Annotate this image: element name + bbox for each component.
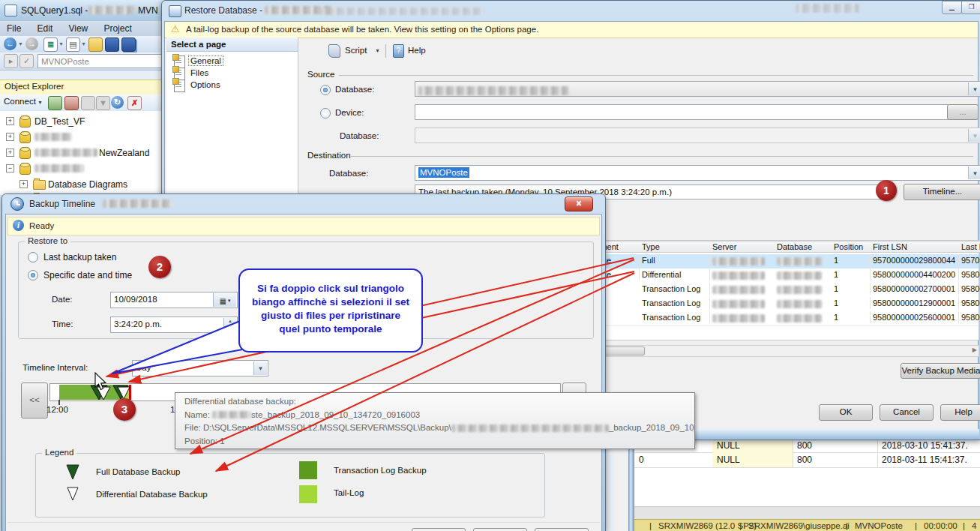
menu-file[interactable]: File	[0, 21, 28, 34]
spinner-down-icon[interactable]: ▼	[228, 326, 232, 330]
time-spinner[interactable]: 3:24:20 p.m. ▲▼	[110, 316, 238, 333]
legend-differential-label: Differential Database Backup	[96, 490, 208, 499]
tree-item-db-test-vf[interactable]: + DB_Test_VF	[0, 114, 161, 129]
menu-edit[interactable]: Edit	[31, 21, 60, 34]
spinner-up-icon[interactable]: ▲	[228, 319, 232, 323]
source-database-combo[interactable]: ▼	[415, 81, 980, 97]
timeline-help-button[interactable]: Help	[535, 528, 589, 531]
specific-date-radio[interactable]	[28, 270, 38, 280]
grid-row-translog-2[interactable]: Transaction Log 1 958000000012900001 958…	[573, 297, 979, 312]
backup-timeline-dialog: Backup Timeline × i Ready Restore to Las…	[1, 194, 606, 531]
specific-date-label[interactable]: Specific date and time	[43, 270, 132, 280]
col-header-type[interactable]: Type	[639, 241, 710, 253]
grid-row-full[interactable]: Database Full 1 957000000029800044 95700	[573, 254, 979, 269]
grid-row-differential[interactable]: Database Differential 1 9580000000044002…	[573, 268, 979, 284]
close-icon[interactable]: ×	[565, 196, 593, 212]
minimize-button[interactable]: ▁	[942, 1, 962, 14]
last-backup-label[interactable]: Last backup taken	[43, 252, 116, 262]
connect-dropdown-icon[interactable]: ▼	[37, 100, 43, 105]
timeline-dialog-titlebar[interactable]: Backup Timeline ×	[2, 194, 605, 214]
date-picker[interactable]: 10/09/2018 ▦ ▾	[110, 292, 238, 308]
tree-item-expanded-db[interactable]: −	[0, 161, 161, 176]
page-item-files[interactable]: Files	[166, 68, 297, 80]
script-error-icon[interactable]: ✗	[127, 96, 142, 110]
save-all-icon[interactable]	[121, 38, 136, 52]
result-row[interactable]: 0 NULL 800 2018-03-11 15:41:37.	[634, 453, 980, 468]
script-dropdown-icon[interactable]: ▼	[375, 48, 380, 53]
select-a-page-header: Select a page	[166, 38, 298, 52]
menu-view[interactable]: View	[61, 21, 94, 34]
combo-arrow-icon[interactable]: ▼	[968, 82, 980, 95]
calendar-icon[interactable]: ▦ ▾	[213, 293, 236, 307]
restore-dialog-titlebar[interactable]: Restore Database - ▁ ❐	[162, 1, 980, 21]
object-explorer-title: Object Explorer	[4, 82, 64, 91]
expand-icon[interactable]: +	[19, 180, 28, 188]
page-item-options[interactable]: Options	[166, 80, 297, 92]
page-item-general[interactable]: General	[166, 56, 297, 68]
status-duration: 00:00:00	[924, 521, 958, 530]
restore-cancel-button[interactable]: Cancel	[880, 404, 934, 421]
timeline-scroll-left-button[interactable]: <<	[21, 382, 48, 418]
restore-window-button[interactable]: ❐	[961, 1, 980, 14]
step-badge-2: 2	[148, 256, 171, 278]
col-header-last-lsn[interactable]: Last LSN	[958, 241, 980, 253]
step-badge-1: 1	[876, 180, 897, 201]
combo-arrow-icon[interactable]: ▼	[968, 166, 980, 179]
connect-server-icon[interactable]	[48, 96, 62, 110]
device-field[interactable]	[415, 104, 949, 120]
expand-icon[interactable]: +	[6, 133, 14, 141]
expand-icon[interactable]: +	[6, 117, 14, 125]
destination-database-combo[interactable]: MVNOPoste ▼	[415, 165, 980, 181]
timeline-ok-button[interactable]: OK	[412, 528, 466, 531]
disconnect-server-icon[interactable]	[64, 96, 79, 110]
col-header-server[interactable]: Server	[709, 241, 775, 253]
navigate-forward-icon[interactable]: →	[25, 38, 38, 50]
open-file-icon[interactable]: ▤	[66, 38, 80, 52]
legend-translog-label: Transaction Log Backup	[334, 466, 427, 475]
tree-item-newzealand[interactable]: + NewZealand	[0, 146, 161, 160]
script-button[interactable]: Script	[345, 46, 367, 55]
collapse-icon[interactable]: −	[6, 164, 14, 172]
expand-icon[interactable]: +	[6, 148, 14, 157]
execute-icon[interactable]: ▸	[4, 54, 18, 68]
new-dropdown-icon[interactable]: ▼	[58, 41, 64, 46]
timeline-cancel-button[interactable]: Cancel	[473, 528, 527, 531]
grid-row-translog-3[interactable]: Transaction Log 1 958000000025600001 958…	[573, 311, 979, 326]
refresh-icon[interactable]: ↻	[111, 96, 124, 109]
scrollbar-right-icon[interactable]: ▶	[973, 346, 977, 353]
tree-item-database-diagrams[interactable]: + Database Diagrams	[0, 177, 161, 192]
timeline-interval-combo[interactable]: Day ▼	[132, 360, 268, 376]
col-header-first-lsn[interactable]: First LSN	[870, 241, 959, 253]
combo-arrow-icon[interactable]: ▼	[253, 362, 267, 375]
object-explorer-tree: + DB_Test_VF + + NewZealand − + Database…	[0, 111, 161, 195]
folder-open-icon[interactable]	[88, 38, 103, 52]
differential-legend-icon	[67, 487, 79, 502]
cell-first-lsn: 958000000012900001	[870, 297, 959, 309]
restore-help-button[interactable]: Help	[940, 404, 980, 421]
verify-backup-media-button[interactable]: Verify Backup Media	[901, 363, 980, 379]
grid-row-translog-1[interactable]: Transaction Log 1 958000000002700001 958…	[573, 283, 979, 298]
back-dropdown-icon[interactable]: ▼	[18, 41, 23, 46]
spinner-icons[interactable]: ▲▼	[223, 318, 236, 332]
parse-icon[interactable]: ✓	[19, 54, 34, 68]
source-device-radio[interactable]	[320, 108, 331, 118]
source-database-radio[interactable]	[320, 85, 331, 95]
connect-button[interactable]: Connect	[4, 97, 36, 106]
col-header-database[interactable]: Database	[774, 241, 832, 253]
timeline-button[interactable]: Timeline...	[904, 184, 980, 200]
database-combo[interactable]: MVNOPoste	[37, 54, 165, 68]
menu-project[interactable]: Project	[97, 21, 138, 34]
time-value: 3:24:20 p.m.	[114, 320, 162, 328]
new-query-icon[interactable]: ≣	[43, 38, 58, 52]
help-button[interactable]: Help	[408, 46, 426, 55]
col-header-position[interactable]: Position	[831, 241, 871, 253]
grid-scrollbar[interactable]: ▶	[572, 345, 979, 357]
open-dropdown-icon[interactable]: ▼	[81, 41, 86, 46]
last-backup-radio[interactable]	[28, 252, 38, 262]
navigate-back-icon[interactable]: ←	[4, 38, 16, 50]
browse-device-button[interactable]: ...	[947, 104, 979, 120]
save-icon[interactable]	[105, 38, 119, 52]
restore-ok-button[interactable]: OK	[819, 404, 873, 421]
timeline-markers[interactable]	[80, 384, 185, 402]
tree-item-database-2[interactable]: +	[0, 130, 161, 145]
